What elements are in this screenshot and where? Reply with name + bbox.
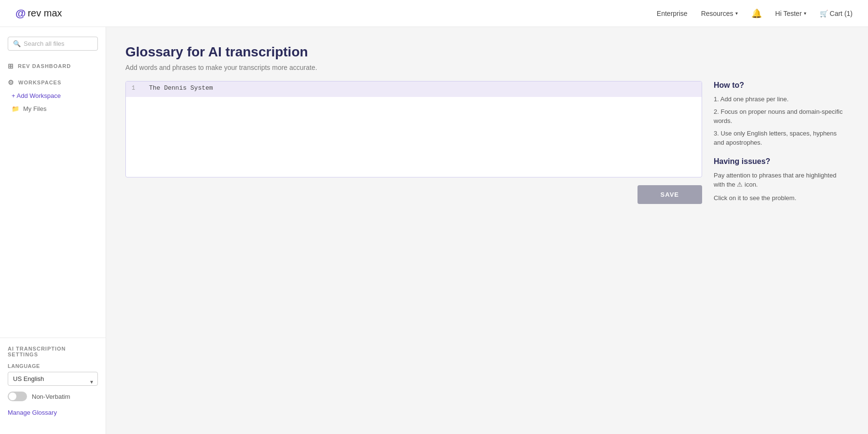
non-verbatim-toggle[interactable] bbox=[8, 392, 27, 401]
resources-chevron-icon: ▾ bbox=[735, 11, 738, 16]
ai-settings-title: AI TRANSCRIPTION SETTINGS bbox=[8, 346, 98, 357]
logo-icon: @ bbox=[15, 7, 26, 20]
cart-icon: 🛒 bbox=[820, 10, 828, 17]
save-btn-row: SAVE bbox=[125, 185, 702, 204]
non-verbatim-label: Non-Verbatim bbox=[32, 393, 70, 400]
add-workspace-item[interactable]: + Add Workspace bbox=[0, 89, 106, 102]
dashboard-icon: ⊞ bbox=[8, 62, 14, 70]
rev-dashboard-title[interactable]: ⊞ REV DASHBOARD bbox=[0, 60, 106, 73]
non-verbatim-toggle-row: Non-Verbatim bbox=[8, 392, 98, 401]
issues-text-2: Click on it to see the problem. bbox=[714, 193, 849, 203]
workspaces-icon: ⚙ bbox=[8, 79, 14, 86]
how-to-item-1: 1. Add one phrase per line. bbox=[714, 95, 849, 104]
glossary-textarea-wrapper[interactable]: 1 The Dennis System bbox=[125, 81, 702, 177]
top-navigation: @ rev max Enterprise Resources ▾ 🔔 Hi Te… bbox=[0, 0, 868, 27]
enterprise-link[interactable]: Enterprise bbox=[657, 10, 688, 17]
issues-title: Having issues? bbox=[714, 157, 849, 166]
main-content: Glossary for AI transcription Add words … bbox=[106, 27, 868, 434]
sidebar-bottom: AI TRANSCRIPTION SETTINGS LANGUAGE US En… bbox=[0, 338, 106, 424]
editor-area: 1 The Dennis System SAVE How to? 1. Add … bbox=[125, 81, 849, 206]
logo[interactable]: @ rev max bbox=[15, 7, 62, 20]
topnav-right: Enterprise Resources ▾ 🔔 Hi Tester ▾ 🛒 C… bbox=[657, 8, 853, 19]
user-menu[interactable]: Hi Tester ▾ bbox=[775, 10, 806, 17]
my-files-item[interactable]: 📁 My Files bbox=[0, 102, 106, 115]
manage-glossary-link[interactable]: Manage Glossary bbox=[8, 409, 57, 416]
main-layout: 🔍 ⊞ REV DASHBOARD ⚙ WORKSPACES + Add Wor… bbox=[0, 27, 868, 434]
search-box[interactable]: 🔍 bbox=[8, 37, 98, 51]
issues-text-1: Pay attention to phrases that are highli… bbox=[714, 171, 849, 190]
sidebar: 🔍 ⊞ REV DASHBOARD ⚙ WORKSPACES + Add Wor… bbox=[0, 27, 106, 434]
language-label: LANGUAGE bbox=[8, 363, 98, 369]
save-button[interactable]: SAVE bbox=[637, 185, 702, 204]
page-subtitle: Add words and phrases to make your trans… bbox=[125, 64, 849, 71]
user-chevron-icon: ▾ bbox=[804, 11, 806, 16]
my-files-icon: 📁 bbox=[12, 105, 19, 112]
how-to-list: 1. Add one phrase per line. 2. Focus on … bbox=[714, 95, 849, 148]
resources-link[interactable]: Resources ▾ bbox=[701, 10, 738, 17]
how-to-item-3: 3. Use only English letters, spaces, hyp… bbox=[714, 129, 849, 148]
cart-link[interactable]: 🛒 Cart (1) bbox=[820, 10, 853, 17]
glossary-empty-area[interactable] bbox=[126, 97, 702, 174]
glossary-line-content-1: The Dennis System bbox=[149, 84, 696, 92]
how-to-item-2: 2. Focus on proper nouns and domain-spec… bbox=[714, 107, 849, 126]
language-select-wrapper[interactable]: US English UK English Spanish French Ger… bbox=[8, 372, 98, 392]
language-select[interactable]: US English UK English Spanish French Ger… bbox=[8, 372, 98, 386]
glossary-line-1[interactable]: 1 The Dennis System bbox=[126, 81, 702, 97]
glossary-line-number-1: 1 bbox=[132, 84, 143, 92]
workspaces-title[interactable]: ⚙ WORKSPACES bbox=[0, 77, 106, 89]
side-panel: How to? 1. Add one phrase per line. 2. F… bbox=[714, 81, 849, 206]
logo-text: rev max bbox=[27, 8, 62, 19]
how-to-title: How to? bbox=[714, 81, 849, 90]
page-title: Glossary for AI transcription bbox=[125, 44, 849, 60]
cart-label: Cart (1) bbox=[830, 10, 853, 17]
search-icon: 🔍 bbox=[13, 40, 21, 47]
rev-dashboard-section: ⊞ REV DASHBOARD bbox=[0, 60, 106, 73]
notification-bell-icon[interactable]: 🔔 bbox=[751, 8, 762, 19]
search-input[interactable] bbox=[24, 40, 93, 47]
workspaces-section: ⚙ WORKSPACES + Add Workspace 📁 My Files bbox=[0, 77, 106, 115]
glossary-editor: 1 The Dennis System SAVE bbox=[125, 81, 702, 204]
